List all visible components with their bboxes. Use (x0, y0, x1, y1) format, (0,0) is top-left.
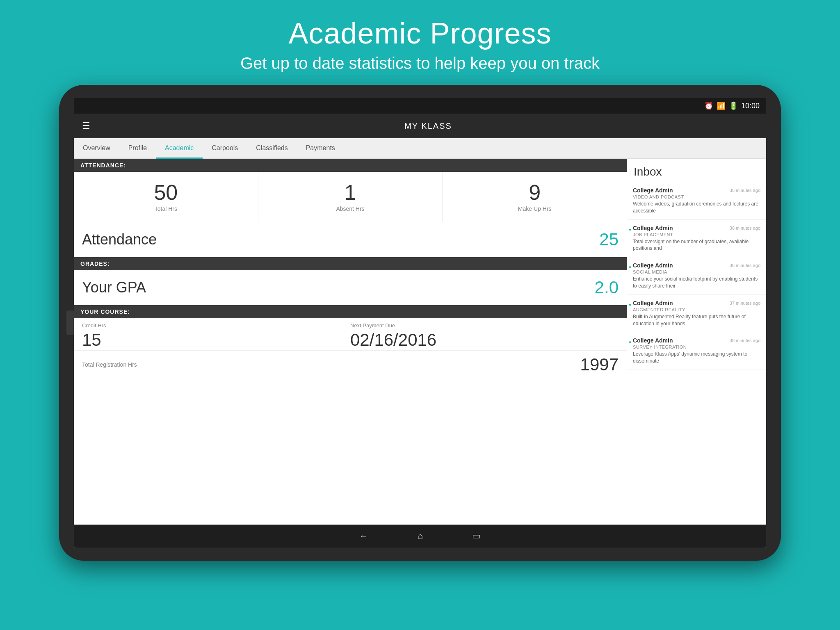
screen: ☰ MY KLASS Overview Profile Academic Car… (74, 114, 766, 548)
inbox-dot-5: ● (629, 340, 631, 344)
inbox-item-3[interactable]: ● College Admin 36 minutes ago SOCIAL ME… (627, 257, 766, 295)
inbox-sender-2: College Admin (633, 225, 673, 231)
tab-profile[interactable]: Profile (119, 138, 156, 159)
attendance-stats: 50 Total Hrs 1 Absent Hrs 9 Make Up Hrs (74, 172, 627, 222)
inbox-header: Inbox (627, 159, 766, 182)
inbox-time-5: 38 minutes ago (730, 338, 760, 343)
next-payment-value: 02/16/2016 (350, 330, 619, 350)
inbox-time-3: 36 minutes ago (730, 263, 760, 268)
inbox-item-header-4: College Admin 37 minutes ago (633, 300, 760, 306)
nav-tabs: Overview Profile Academic Carpools Class… (74, 138, 766, 159)
inbox-sender-3: College Admin (633, 262, 673, 269)
wifi-icon: 📶 (717, 101, 726, 110)
inbox-category-5: SURVEY INTEGRATION (633, 345, 760, 349)
inbox-item-header-1: College Admin 35 minutes ago (633, 187, 760, 194)
inbox-sender-1: College Admin (633, 187, 673, 194)
tab-overview[interactable]: Overview (74, 138, 119, 159)
course-info: Credit Hrs 15 Next Payment Due 02/16/201… (74, 318, 627, 350)
total-value: 1997 (580, 355, 619, 374)
tab-academic[interactable]: Academic (156, 138, 203, 159)
inbox-preview-2: Total oversight on the number of graduat… (633, 238, 760, 252)
inbox-time-2: 36 minutes ago (730, 226, 760, 231)
tab-classifieds[interactable]: Classifieds (247, 138, 297, 159)
inbox-sender-4: College Admin (633, 300, 673, 306)
next-payment-col: Next Payment Due 02/16/2016 (350, 322, 619, 350)
next-payment-label: Next Payment Due (350, 322, 619, 329)
credit-hrs-value: 15 (82, 330, 350, 350)
inbox-preview-3: Enhance your social media footprint by e… (633, 276, 760, 290)
inbox-time-4: 37 minutes ago (730, 301, 760, 306)
total-row: Total Registration Hrs 1997 (74, 350, 627, 379)
inbox-item-4[interactable]: ● College Admin 37 minutes ago AUGMENTED… (627, 295, 766, 333)
attendance-metric-value: 25 (599, 230, 619, 249)
makeup-hrs-value: 9 (529, 182, 541, 203)
status-time: 10:00 (741, 102, 760, 110)
course-section-header: YOUR COURSE: (74, 305, 627, 318)
inbox-dot-2: ● (629, 227, 631, 232)
inbox-item-5[interactable]: ● College Admin 38 minutes ago SURVEY IN… (627, 332, 766, 370)
inbox-item-header-2: College Admin 36 minutes ago (633, 225, 760, 231)
inbox-category-1: VIDEO AND PODCAST (633, 194, 760, 199)
recent-button[interactable]: ▭ (472, 531, 481, 541)
credit-hrs-col: Credit Hrs 15 (82, 322, 350, 350)
app-title: MY KLASS (98, 121, 758, 131)
inbox-dot-4: ● (629, 302, 631, 307)
attendance-section-header: ATTENDANCE: (74, 159, 627, 172)
stat-makeup-hrs: 9 Make Up Hrs (443, 172, 627, 222)
inbox-category-3: SOCIAL MEDIA (633, 269, 760, 274)
battery-icon: 🔋 (729, 101, 738, 110)
inbox-dot-3: ● (629, 265, 631, 269)
clock-icon: ⏰ (704, 101, 713, 110)
credit-hrs-label: Credit Hrs (82, 322, 350, 329)
page-subtitle: Get up to date statistics to help keep y… (59, 54, 781, 73)
inbox-item-header-3: College Admin 36 minutes ago (633, 262, 760, 269)
inbox-sender-5: College Admin (633, 337, 673, 344)
inbox-time-1: 35 minutes ago (730, 188, 760, 193)
attendance-metric-row: Attendance 25 (74, 222, 627, 257)
page-title: Academic Progress (59, 16, 781, 50)
stat-absent-hrs: 1 Absent Hrs (258, 172, 443, 222)
inbox-item-header-5: College Admin 38 minutes ago (633, 337, 760, 344)
status-bar: ⏰ 📶 🔋 10:00 (74, 98, 766, 114)
grades-section-header: GRADES: (74, 257, 627, 270)
content-area: ATTENDANCE: 50 Total Hrs 1 Absent Hrs (74, 159, 766, 525)
inbox-item-2[interactable]: ● College Admin 36 minutes ago JOB PLACE… (627, 220, 766, 258)
inbox-category-4: AUGMENTED REALITY (633, 307, 760, 312)
gpa-value: 2.0 (595, 278, 619, 297)
absent-hrs-value: 1 (345, 182, 356, 203)
inbox-preview-4: Built-in Augmented Reality feature puts … (633, 313, 760, 327)
page-header: Academic Progress Get up to date statist… (59, 0, 781, 85)
back-button[interactable]: ← (359, 531, 368, 541)
page-background: Academic Progress Get up to date statist… (59, 0, 781, 561)
app-bar: ☰ MY KLASS (74, 114, 766, 138)
gpa-label: Your GPA (82, 279, 595, 296)
attendance-metric-label: Attendance (82, 231, 599, 248)
tab-payments[interactable]: Payments (297, 138, 344, 159)
makeup-hrs-label: Make Up Hrs (518, 205, 552, 212)
gpa-metric-row: Your GPA 2.0 (74, 270, 627, 305)
inbox-item-1[interactable]: College Admin 35 minutes ago VIDEO AND P… (627, 182, 766, 220)
inbox-category-2: JOB PLACEMENT (633, 232, 760, 237)
stat-total-hrs: 50 Total Hrs (74, 172, 258, 222)
home-button[interactable]: ⌂ (418, 531, 423, 541)
total-label: Total Registration Hrs (82, 361, 580, 368)
total-hrs-label: Total Hrs (155, 205, 177, 212)
absent-hrs-label: Absent Hrs (336, 205, 364, 212)
inbox-preview-5: Leverage Klass Apps' dynamic messaging s… (633, 351, 760, 365)
hamburger-icon[interactable]: ☰ (82, 121, 90, 131)
main-content: ATTENDANCE: 50 Total Hrs 1 Absent Hrs (74, 159, 627, 525)
tab-carpools[interactable]: Carpools (203, 138, 247, 159)
nav-bar: ← ⌂ ▭ (74, 525, 766, 548)
total-hrs-value: 50 (154, 182, 178, 203)
tablet-frame: ⏰ 📶 🔋 10:00 ☰ MY KLASS Overview Profile (59, 85, 781, 561)
inbox-panel: Inbox College Admin 35 minutes ago VIDEO… (627, 159, 766, 525)
inbox-preview-1: Welcome videos, graduation ceremonies an… (633, 201, 760, 215)
